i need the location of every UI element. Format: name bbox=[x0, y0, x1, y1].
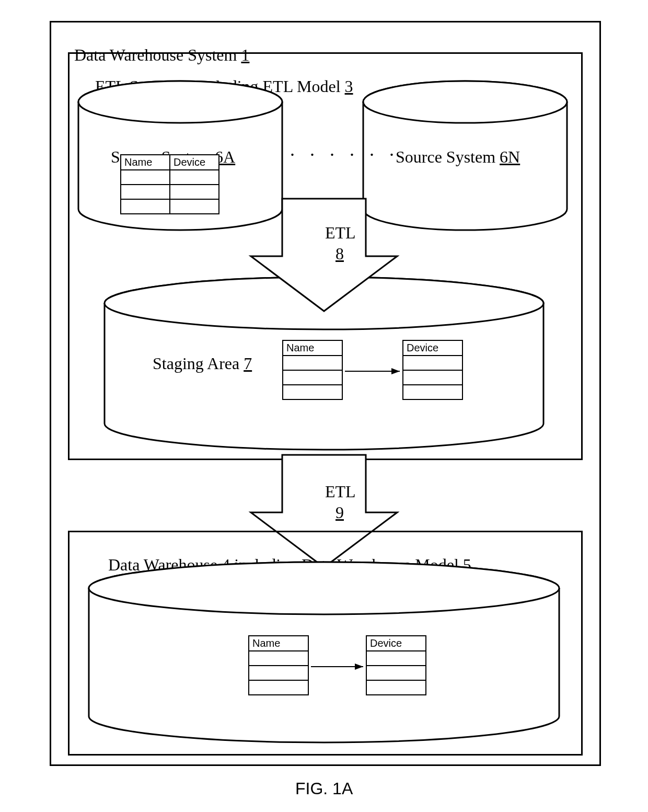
warehouse-table-arrow bbox=[0, 0, 648, 812]
figure-caption: FIG. 1A bbox=[295, 779, 353, 798]
diagram-canvas: Data Warehouse System 1 ETL System 2 inc… bbox=[0, 0, 648, 812]
